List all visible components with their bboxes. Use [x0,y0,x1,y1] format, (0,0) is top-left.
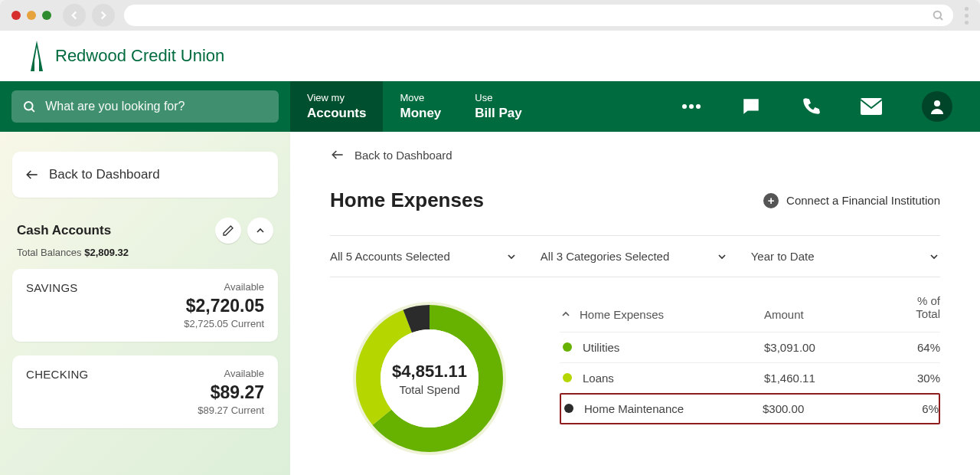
pct-header-top: % of [887,294,940,307]
chevron-down-icon [928,251,940,263]
connect-institution-button[interactable]: + Connect a Financial Institution [763,193,940,208]
search-input[interactable] [45,100,268,113]
connect-institution-label: Connect a Financial Institution [786,194,940,207]
browser-url-bar[interactable] [124,5,953,26]
category-header: Home Expenses [580,308,664,321]
browser-nav-arrows [63,4,115,27]
browser-forward-button[interactable] [92,4,115,27]
chevron-down-icon [716,251,728,263]
total-spend-label: Total Spend [392,383,467,396]
row-amount: $300.00 [763,402,885,415]
filter-accounts[interactable]: All 5 Accounts Selected [330,236,541,277]
table-row[interactable]: Utilities $3,091.00 64% [560,332,940,362]
nav-tab-move-money[interactable]: Move Money [383,81,458,132]
window-maximize-icon[interactable] [42,11,51,20]
window-minimize-icon[interactable] [27,11,36,20]
account-card-checking[interactable]: CHECKING Available $89.27 $89.27 Current [12,355,278,428]
arrow-left-icon [24,167,40,182]
nav-tab-pretitle: Use [475,92,521,104]
collapse-accounts-button[interactable] [247,218,273,244]
nav-tab-title: Bill Pay [475,105,521,121]
nav-tab-title: Money [400,105,441,121]
edit-accounts-button[interactable] [215,218,241,244]
pct-header-bottom: Total [887,307,940,320]
site-search[interactable] [11,90,279,123]
nav-tab-bill-pay[interactable]: Use Bill Pay [458,81,538,132]
redwood-tree-icon [26,39,47,73]
filter-categories[interactable]: All 3 Categories Selected [541,236,751,277]
svg-point-3 [24,102,33,110]
svg-point-6 [689,104,694,109]
nav-tab-accounts[interactable]: View my Accounts [290,81,383,132]
account-name: SAVINGS [26,281,78,294]
row-amount: $3,091.00 [764,341,887,354]
svg-point-9 [934,100,940,106]
total-balances-value: $2,809.32 [84,247,129,258]
search-icon [932,9,944,21]
person-icon [928,97,946,116]
content-back-link[interactable]: Back to Dashboard [330,147,940,162]
search-icon [22,99,36,114]
total-balances: Total Balances $2,809.32 [12,247,278,269]
sidebar-back-button[interactable]: Back to Dashboard [12,152,278,198]
brand-name: Redwood Credit Union [55,46,224,66]
filter-label: All 5 Accounts Selected [330,250,450,263]
profile-avatar[interactable] [922,91,952,122]
more-menu-button[interactable] [681,103,701,110]
category-color-dot [563,342,572,352]
chat-icon[interactable] [741,97,761,116]
svg-line-1 [940,18,942,20]
browser-back-button[interactable] [63,4,86,27]
sidebar-back-label: Back to Dashboard [49,167,160,182]
filter-label: All 3 Categories Selected [541,250,669,263]
svg-line-4 [31,109,34,112]
phone-icon[interactable] [801,97,821,116]
account-amount: $89.27 [26,382,264,403]
row-name: Home Maintenance [584,402,763,415]
row-pct: 30% [887,372,940,385]
svg-point-7 [696,104,701,109]
plus-circle-icon: + [763,193,779,208]
account-name: CHECKING [26,368,89,381]
account-amount: $2,720.05 [26,296,264,316]
row-pct: 64% [887,341,940,354]
spending-donut-chart: $4,851.11 Total Spend [330,294,529,463]
expenses-table: Home Expenses Amount % of Total Utilitie… [560,294,940,424]
filter-label: Year to Date [751,250,815,263]
brand-logo[interactable]: Redwood Credit Union [26,39,224,73]
row-amount: $1,460.11 [764,372,887,385]
window-close-icon[interactable] [11,11,21,20]
account-available-label: Available [224,281,264,293]
account-available-label: Available [224,368,264,379]
nav-tab-pretitle: Move [400,92,441,104]
table-row-highlighted[interactable]: Home Maintenance $300.00 6% [560,393,940,424]
pencil-icon [222,224,234,237]
sidebar: Back to Dashboard Cash Accounts Total Ba… [0,132,290,475]
account-current: $2,725.05 Current [26,318,264,329]
total-spend-amount: $4,851.11 [392,362,467,382]
category-color-dot [564,404,573,413]
row-name: Loans [583,372,764,385]
total-balances-label: Total Balances [17,247,84,258]
account-card-savings[interactable]: SAVINGS Available $2,720.05 $2,725.05 Cu… [12,269,278,342]
nav-tab-pretitle: View my [307,92,366,104]
chevron-down-icon [505,251,518,263]
nav-tabs: View my Accounts Move Money Use Bill Pay [290,81,539,132]
amount-header: Amount [764,308,887,321]
mail-icon[interactable] [861,98,882,115]
content: Back to Dashboard Home Expenses + Connec… [290,132,980,475]
svg-rect-8 [861,98,882,115]
table-row[interactable]: Loans $1,460.11 30% [560,362,940,393]
table-header: Home Expenses Amount % of Total [560,294,940,332]
arrow-left-icon [330,147,345,162]
browser-menu-button[interactable] [965,7,969,25]
svg-point-5 [682,104,687,109]
page-title: Home Expenses [330,188,484,212]
window-controls [11,11,51,20]
account-current: $89.27 Current [26,405,264,416]
browser-chrome [0,0,980,31]
logo-bar: Redwood Credit Union [0,31,980,81]
chevron-up-icon[interactable] [560,308,572,320]
content-back-label: Back to Dashboard [354,149,452,162]
filter-daterange[interactable]: Year to Date [751,236,940,277]
